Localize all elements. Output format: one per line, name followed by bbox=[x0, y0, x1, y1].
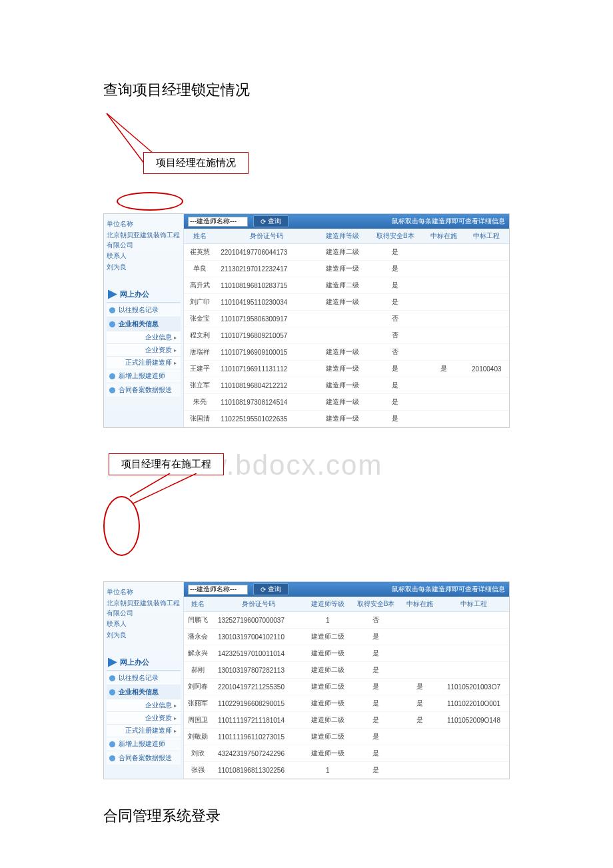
nav-backup[interactable]: 合同备案数据报送 bbox=[107, 383, 181, 397]
col-ongoing: 中标在施 bbox=[401, 597, 438, 612]
cell-ongoing bbox=[401, 662, 438, 679]
table-row[interactable]: 张国清110225195501022635建造师一级是 bbox=[184, 411, 509, 427]
nav-add-builder[interactable]: 新增上报建造师 bbox=[107, 737, 181, 751]
nav-sub-regbuilder[interactable]: 正式注册建造师▸ bbox=[107, 356, 181, 369]
cell-level: 建造师二级 bbox=[317, 277, 367, 294]
table-row[interactable]: 高升武110108196810283715建造师二级是 bbox=[184, 277, 509, 294]
cell-safety: 是 bbox=[350, 629, 402, 645]
cell-name: 刘欣 bbox=[184, 745, 213, 762]
table-row[interactable]: 刘欣432423197507242296建造师一级是 bbox=[184, 745, 509, 762]
table-row[interactable]: 刘阿春220104197211255350建造师二级是是110105201003… bbox=[184, 679, 509, 695]
cell-level: 建造师一级 bbox=[305, 695, 350, 712]
col-project: 中标工程 bbox=[464, 229, 509, 244]
cell-id: 220104197706044173 bbox=[215, 244, 317, 261]
table-row[interactable]: 王建平110107196911131112建造师一级是是20100403 bbox=[184, 361, 509, 377]
cell-id: 432423197507242296 bbox=[213, 745, 305, 762]
query-button[interactable]: 查询 bbox=[253, 215, 289, 227]
callout-arrow-2 bbox=[103, 473, 237, 553]
cell-name: 郝刚 bbox=[184, 662, 213, 679]
cell-project bbox=[464, 327, 509, 344]
table-row[interactable]: 单良211302197012232417建造师一级是 bbox=[184, 261, 509, 277]
nav-sub-regbuilder[interactable]: 正式注册建造师▸ bbox=[107, 724, 181, 737]
cell-safety: 是 bbox=[367, 294, 423, 311]
col-id: 身份证号码 bbox=[213, 597, 305, 612]
cell-safety: 是 bbox=[367, 411, 423, 427]
nav-corp-info[interactable]: 企业相关信息 bbox=[107, 317, 181, 331]
table-row[interactable]: 张丽军110229196608290015建造师一级是是1101022010O0… bbox=[184, 695, 509, 712]
table-row[interactable]: 郝刚130103197807282113建造师二级是 bbox=[184, 662, 509, 679]
main-panel: 查询 鼠标双击每条建造师即可查看详细信息 姓名 身份证号码 建造师等级 取得安全… bbox=[184, 214, 509, 427]
builder-name-input[interactable] bbox=[188, 585, 248, 595]
nav-history[interactable]: 以往报名记录 bbox=[107, 303, 181, 317]
nav-add-builder[interactable]: 新增上报建造师 bbox=[107, 369, 181, 383]
table-row[interactable]: 张立军110108196804212212建造师一级是 bbox=[184, 377, 509, 394]
table-row[interactable]: 张强1101081968113022561是 bbox=[184, 762, 509, 779]
nav-head[interactable]: 网上办公 bbox=[107, 287, 181, 303]
cell-safety: 否 bbox=[367, 344, 423, 361]
builder-name-input[interactable] bbox=[188, 217, 248, 227]
cell-name: 唐瑞祥 bbox=[184, 344, 215, 361]
bullet-icon bbox=[109, 307, 115, 313]
table-row[interactable]: 解永兴142325197010011014建造师一级是 bbox=[184, 645, 509, 662]
cell-project bbox=[438, 629, 509, 645]
cell-id: 132527196007000037 bbox=[213, 612, 305, 629]
cell-level: 建造师一级 bbox=[317, 394, 367, 411]
cell-level: 建造师二级 bbox=[305, 729, 350, 745]
cell-id: 110229196608290015 bbox=[213, 695, 305, 712]
table-row[interactable]: 程文利110107196809210057否 bbox=[184, 327, 509, 344]
cell-ongoing bbox=[423, 377, 464, 394]
contact-name: 刘为良 bbox=[107, 630, 181, 640]
cell-ongoing bbox=[401, 645, 438, 662]
col-name: 姓名 bbox=[184, 597, 213, 612]
cell-project bbox=[438, 762, 509, 779]
cell-id: 110108196811302256 bbox=[213, 762, 305, 779]
arrow-icon bbox=[108, 658, 117, 667]
unit-label: 单位名称 bbox=[107, 219, 181, 229]
sidebar: 单位名称 北京朝贝亚建筑装饰工程有限公司 联系人 刘为良 网上办公 以往报名记录… bbox=[104, 214, 184, 427]
cell-safety: 是 bbox=[367, 361, 423, 377]
nav-sub-corpinfo[interactable]: 企业信息▸ bbox=[107, 699, 181, 711]
col-project: 中标工程 bbox=[438, 597, 509, 612]
table-row[interactable]: 崔英慧220104197706044173建造师二级是 bbox=[184, 244, 509, 261]
cell-safety: 是 bbox=[367, 394, 423, 411]
nav-backup[interactable]: 合同备案数据报送 bbox=[107, 751, 181, 765]
nav-sub-corpqual[interactable]: 企业资质▸ bbox=[107, 343, 181, 356]
cell-name: 刘阿春 bbox=[184, 679, 213, 695]
table-row[interactable]: 刘广印110104195110230034建造师一级是 bbox=[184, 294, 509, 311]
table-row[interactable]: 周国卫110111197211181014建造师二级是是1101052009O1… bbox=[184, 712, 509, 729]
nav-history[interactable]: 以往报名记录 bbox=[107, 671, 181, 685]
cell-safety: 是 bbox=[350, 745, 402, 762]
col-safety: 取得安全B本 bbox=[350, 597, 402, 612]
svg-line-1 bbox=[107, 113, 147, 167]
cell-level: 1 bbox=[305, 612, 350, 629]
cell-safety: 是 bbox=[350, 762, 402, 779]
nav-sub-corpinfo[interactable]: 企业信息▸ bbox=[107, 331, 181, 343]
cell-project bbox=[438, 745, 509, 762]
bullet-icon bbox=[109, 373, 115, 379]
cell-id: 130103197004102110 bbox=[213, 629, 305, 645]
col-safety: 取得安全B本 bbox=[367, 229, 423, 244]
query-topbar: 查询 鼠标双击每条建造师即可查看详细信息 bbox=[184, 214, 509, 229]
svg-line-0 bbox=[107, 113, 153, 153]
cell-ongoing bbox=[401, 745, 438, 762]
table-row[interactable]: 闫鹏飞1325271960070000371否 bbox=[184, 612, 509, 629]
table-row[interactable]: 朱亮110108197308124514建造师一级是 bbox=[184, 394, 509, 411]
nav-head[interactable]: 网上办公 bbox=[107, 655, 181, 671]
cell-level: 建造师一级 bbox=[317, 361, 367, 377]
cell-ongoing bbox=[423, 261, 464, 277]
cell-name: 周国卫 bbox=[184, 712, 213, 729]
table-row[interactable]: 张金宝110107195806300917否 bbox=[184, 311, 509, 327]
cell-id: 110107196911131112 bbox=[215, 361, 317, 377]
nav-sub-corpqual[interactable]: 企业资质▸ bbox=[107, 711, 181, 724]
query-button[interactable]: 查询 bbox=[253, 583, 289, 595]
cell-name: 解永兴 bbox=[184, 645, 213, 662]
table-row[interactable]: 潘永会130103197004102110建造师二级是 bbox=[184, 629, 509, 645]
table-row[interactable]: 刘敬勋110111196110273015建造师二级是 bbox=[184, 729, 509, 745]
table-row[interactable]: 唐瑞祥110107196909100015建造师一级否 bbox=[184, 344, 509, 361]
cell-project bbox=[464, 294, 509, 311]
bullet-icon bbox=[109, 755, 115, 761]
cell-safety: 是 bbox=[350, 729, 402, 745]
nav-corp-info[interactable]: 企业相关信息 bbox=[107, 685, 181, 699]
red-ellipse-1 bbox=[117, 192, 183, 211]
cell-id: 110108197308124514 bbox=[215, 394, 317, 411]
